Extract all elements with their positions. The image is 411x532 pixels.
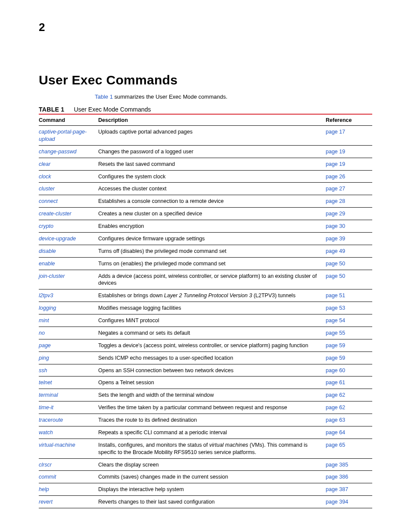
command-name[interactable]: logging <box>39 305 56 311</box>
page-reference[interactable]: page 63 <box>326 417 345 423</box>
table-row: watchRepeats a specific CLI command at a… <box>39 426 372 439</box>
command-description: Creates a new cluster on a specified dev… <box>98 208 326 220</box>
page-reference[interactable]: page 50 <box>326 261 345 267</box>
command-name[interactable]: mint <box>39 317 49 324</box>
command-name[interactable]: no <box>39 330 45 336</box>
command-name[interactable]: clock <box>39 174 51 180</box>
table-row: change-passwdChanges the password of a l… <box>39 145 372 158</box>
command-name[interactable]: create-cluster <box>39 211 72 217</box>
page-reference[interactable]: page 19 <box>326 149 345 155</box>
page-reference[interactable]: page 62 <box>326 404 345 411</box>
table-header-row: Command Description Reference <box>39 114 372 126</box>
table-row: telnetOpens a Telnet sessionpage 61 <box>39 376 372 389</box>
command-name[interactable]: cluster <box>39 186 55 192</box>
command-name[interactable]: traceroute <box>39 417 63 423</box>
command-name[interactable]: telnet <box>39 380 52 386</box>
table-row: disableTurns off (disables) the privileg… <box>39 245 372 257</box>
page-reference[interactable]: page 54 <box>326 317 345 324</box>
page-reference[interactable]: page 387 <box>326 486 348 492</box>
command-description: Configures device firmware upgrade setti… <box>98 232 326 245</box>
command-description: Traces the route to its defined destinat… <box>98 414 326 426</box>
table-row: time-itVerifies the time taken by a part… <box>39 401 372 414</box>
command-name[interactable]: crypto <box>39 223 53 229</box>
command-name[interactable]: virtual-machine <box>39 442 75 448</box>
page-reference[interactable]: page 62 <box>326 392 345 398</box>
command-description: Turns off (disables) the privileged mode… <box>98 245 326 257</box>
page-reference[interactable]: page 50 <box>326 273 345 279</box>
command-description: Establishes a console connection to a re… <box>98 195 326 208</box>
command-description: Installs, configures, and monitors the s… <box>98 439 326 458</box>
command-description: Opens a Telnet session <box>98 376 326 389</box>
page-reference[interactable]: page 49 <box>326 248 345 254</box>
table-row: l2tpv3Establishes or brings down Layer 2… <box>39 289 372 302</box>
table-row: terminalSets the length and width of the… <box>39 389 372 401</box>
page-reference[interactable]: page 30 <box>326 223 345 229</box>
command-name[interactable]: l2tpv3 <box>39 292 53 299</box>
command-name[interactable]: join-cluster <box>39 273 65 279</box>
page-reference[interactable]: page 28 <box>326 198 345 204</box>
page-reference[interactable]: page 394 <box>326 499 348 505</box>
command-name[interactable]: commit <box>39 474 56 480</box>
page-reference[interactable]: page 60 <box>326 367 345 373</box>
page-reference[interactable]: page 27 <box>326 186 345 192</box>
command-name[interactable]: ssh <box>39 367 47 373</box>
page-reference[interactable]: page 61 <box>326 380 345 386</box>
command-description: Verifies the time taken by a particular … <box>98 401 326 414</box>
page-reference[interactable]: page 65 <box>326 442 345 448</box>
command-name[interactable]: clrscr <box>39 462 52 468</box>
page-reference[interactable]: page 386 <box>326 474 348 480</box>
command-name[interactable]: captive-portal-page-upload <box>39 129 87 142</box>
page-reference[interactable]: page 59 <box>326 355 345 361</box>
page-reference[interactable]: page 64 <box>326 429 345 436</box>
table-row: cryptoEnables encryptionpage 30 <box>39 220 372 233</box>
page-reference[interactable]: page 51 <box>326 292 345 299</box>
command-name[interactable]: help <box>39 486 49 492</box>
page-reference[interactable]: page 55 <box>326 330 345 336</box>
command-description: Configures the system clock <box>98 170 326 183</box>
command-description: Toggles a device's (access point, wirele… <box>98 339 326 352</box>
command-name[interactable]: enable <box>39 261 55 267</box>
page-reference[interactable]: page 19 <box>326 161 345 167</box>
command-name[interactable]: page <box>39 342 51 348</box>
table-row: helpDisplays the interactive help system… <box>39 483 372 496</box>
command-name[interactable]: watch <box>39 429 53 436</box>
page-reference[interactable]: page 17 <box>326 129 345 135</box>
page-reference[interactable]: page 26 <box>326 174 345 180</box>
command-name[interactable]: time-it <box>39 404 53 411</box>
command-description: Clears the display screen <box>98 458 326 471</box>
page-reference[interactable]: page 385 <box>326 462 348 468</box>
col-header-description: Description <box>98 114 326 126</box>
command-name[interactable]: connect <box>39 198 58 204</box>
col-header-command: Command <box>39 114 98 126</box>
page-title: User Exec Commands <box>39 73 372 87</box>
table-row: enableTurns on (enables) the privileged … <box>39 257 372 270</box>
table-row: clockConfigures the system clockpage 26 <box>39 170 372 183</box>
intro-text: summarizes the User Exec Mode commands. <box>113 93 227 100</box>
command-name[interactable]: change-passwd <box>39 149 77 155</box>
table-row: sshOpens an SSH connection between two n… <box>39 364 372 376</box>
command-name[interactable]: ping <box>39 355 49 361</box>
command-description: Negates a command or sets its default <box>98 327 326 339</box>
page-reference[interactable]: page 29 <box>326 211 345 217</box>
page-reference[interactable]: page 39 <box>326 236 345 242</box>
table-caption-row: TABLE 1User Exec Mode Commands <box>39 106 372 113</box>
table-row: revertReverts changes to their last save… <box>39 496 372 508</box>
command-description: Establishes or brings down Layer 2 Tunne… <box>98 289 326 302</box>
command-name[interactable]: disable <box>39 248 56 254</box>
table-row: pageToggles a device's (access point, wi… <box>39 339 372 352</box>
table-row: commitCommits (saves) changes made in th… <box>39 471 372 483</box>
table-row: join-clusterAdds a device (access point,… <box>39 270 372 289</box>
command-description: Opens an SSH connection between two netw… <box>98 364 326 376</box>
table-link[interactable]: Table 1 <box>95 93 113 100</box>
command-name[interactable]: revert <box>39 499 53 505</box>
table-row: pingSends ICMP echo messages to a user-s… <box>39 352 372 364</box>
command-name[interactable]: clear <box>39 161 50 167</box>
command-name[interactable]: device-upgrade <box>39 236 76 242</box>
page-reference[interactable]: page 59 <box>326 342 345 348</box>
table-row: device-upgradeConfigures device firmware… <box>39 232 372 245</box>
command-name[interactable]: terminal <box>39 392 58 398</box>
table-row: loggingModifies message logging faciliti… <box>39 302 372 314</box>
page-reference[interactable]: page 53 <box>326 305 345 311</box>
table-row: mintConfigures MiNT protocolpage 54 <box>39 314 372 327</box>
table-row: connectEstablishes a console connection … <box>39 195 372 208</box>
